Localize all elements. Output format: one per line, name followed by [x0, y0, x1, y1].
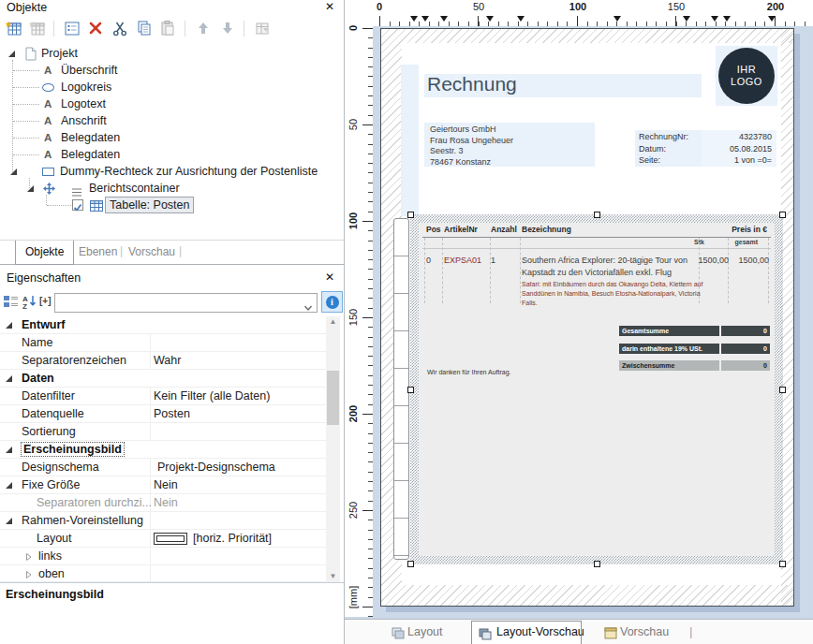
- expanded-triangle-icon[interactable]: [8, 51, 15, 57]
- selection-handle[interactable]: [594, 561, 600, 567]
- selected-table-object[interactable]: Pos ArtikelNr Anzahl Bezeichnung Preis i…: [410, 214, 783, 564]
- expanded-triangle-icon[interactable]: [27, 185, 34, 192]
- selection-handle[interactable]: [407, 387, 414, 393]
- cell-bezeichnung-line1: Southern Africa Explorer: 20-tägige Tour…: [522, 256, 687, 265]
- invoice-title-band[interactable]: Rechnung: [424, 74, 702, 97]
- column-marker[interactable]: [486, 16, 494, 22]
- tree-item-ueberschrift[interactable]: A Überschrift: [0, 62, 344, 79]
- collapsed-triangle-icon[interactable]: [25, 551, 33, 564]
- property-section-daten[interactable]: Daten: [0, 370, 326, 388]
- column-marker[interactable]: [613, 16, 621, 22]
- column-marker[interactable]: [421, 16, 429, 22]
- chevron-down-icon[interactable]: [303, 299, 313, 315]
- property-row-datenfilter[interactable]: DatenfilterKein Filter (alle Daten): [0, 388, 326, 405]
- tree-item-label: Logokreis: [61, 79, 111, 95]
- properties-icon[interactable]: [64, 20, 81, 37]
- tab-layout-vorschau[interactable]: Layout-Vorschau: [471, 621, 582, 644]
- new-table-icon[interactable]: ★: [5, 20, 22, 37]
- property-row-separatorenzeichen[interactable]: SeparatorenzeichenWahr: [0, 352, 326, 370]
- tree-item-label: Belegdaten: [61, 129, 120, 146]
- page-margin-hatch: [381, 585, 793, 606]
- property-row-layout[interactable]: Layout [horiz. Priorität]: [0, 530, 326, 548]
- property-row-fixe-groesse[interactable]: Fixe GrößeNein: [0, 476, 326, 494]
- column-guide: [520, 238, 521, 303]
- invoice-title: Rechnung: [427, 73, 517, 95]
- thanks-note: Wir danken für Ihren Auftrag.: [427, 369, 511, 375]
- column-marker[interactable]: [711, 16, 718, 22]
- tab-objekte[interactable]: Objekte: [15, 241, 74, 265]
- scroll-up-icon[interactable]: ▲: [326, 316, 340, 328]
- property-grid-scrollbar[interactable]: ▲ ▼: [326, 316, 340, 582]
- properties-panel-title: Eigenschaften: [7, 271, 81, 285]
- layout-vorschau-tab-icon: [479, 627, 492, 639]
- objects-panel-header: Objekte ✕: [0, 0, 344, 16]
- tree-item-logotext[interactable]: A Logotext: [0, 95, 344, 112]
- tab-vorschau-bottom[interactable]: Vorschau: [620, 625, 669, 638]
- property-row-links[interactable]: links: [0, 548, 326, 565]
- column-guide: [490, 238, 491, 303]
- sort-alphabetical-icon[interactable]: AZ: [22, 294, 39, 311]
- document-page[interactable]: Rechnung IHR LOGO Geiertours GmbH Frau R…: [380, 28, 794, 607]
- tab-layout[interactable]: Layout: [407, 625, 443, 638]
- selection-handle[interactable]: [779, 212, 786, 218]
- cell-pos: 0: [426, 256, 431, 265]
- tab-ebenen[interactable]: Ebenen: [79, 245, 117, 258]
- tree-item-belegdaten-2[interactable]: A Belegdaten: [0, 146, 344, 163]
- property-row-separatoren-durchziehen[interactable]: Separatoren durchzi...Nein: [0, 494, 326, 512]
- vertical-ruler: 0 50 100 150 200 250 [mm]: [345, 17, 373, 617]
- categorized-view-icon[interactable]: [3, 294, 20, 311]
- column-marker[interactable]: [440, 16, 448, 22]
- column-guide: [728, 238, 729, 303]
- tree-item-berichtscontainer[interactable]: Berichtscontainer: [0, 180, 344, 197]
- rectangle-object-icon: [42, 168, 54, 176]
- column-marker[interactable]: [517, 16, 525, 22]
- object-tree: Projekt A Überschrift Logokreis A Logote…: [0, 43, 344, 240]
- tab-vorschau[interactable]: Vorschau: [128, 245, 175, 258]
- new-table-disabled-icon: ★: [28, 20, 45, 37]
- checkbox-checked[interactable]: [72, 199, 83, 211]
- cell-description-line3: Falls.: [522, 299, 538, 308]
- tree-item-dummy-rechteck[interactable]: Dummy-Rechteck zur Ausrichtung der Poste…: [0, 163, 344, 180]
- property-row-datenquelle[interactable]: DatenquellePosten: [0, 405, 326, 423]
- selection-handle[interactable]: [407, 561, 414, 567]
- table-subheader-line: [422, 248, 771, 249]
- tree-item-projekt[interactable]: Projekt: [0, 45, 344, 62]
- property-row-designschema[interactable]: DesignschemaProjekt-Designschema: [0, 459, 326, 476]
- selection-handle[interactable]: [779, 561, 786, 567]
- copy-icon[interactable]: [136, 20, 153, 37]
- column-marker[interactable]: [723, 16, 731, 22]
- column-marker[interactable]: [683, 16, 690, 22]
- collapsed-triangle-icon[interactable]: [25, 569, 33, 582]
- table-object-icon: [90, 199, 103, 216]
- property-section-entwurf[interactable]: Entwurf: [0, 316, 326, 334]
- info-button[interactable]: i: [321, 291, 343, 313]
- delete-icon[interactable]: [87, 20, 104, 37]
- property-row-sortierung[interactable]: Sortierung: [0, 423, 326, 441]
- cut-icon[interactable]: [111, 20, 128, 37]
- close-icon[interactable]: ✕: [325, 271, 334, 284]
- sender-address-block[interactable]: Geiertours GmbH Frau Rosa Ungeheuer Sees…: [424, 123, 595, 167]
- tree-item-tabelle-posten[interactable]: Tabelle: Posten: [0, 197, 344, 213]
- property-row-name[interactable]: Name: [0, 334, 326, 352]
- scroll-down-icon[interactable]: ▼: [326, 571, 340, 582]
- column-marker[interactable]: [410, 16, 418, 22]
- tree-item-belegdaten-1[interactable]: A Belegdaten: [0, 129, 344, 146]
- info-icon: i: [326, 296, 339, 309]
- tree-item-anschrift[interactable]: A Anschrift: [0, 112, 344, 129]
- invoice-meta-values[interactable]: 4323780 05.08.2015 1 von =0=: [702, 130, 776, 167]
- expanded-triangle-icon[interactable]: [10, 168, 17, 175]
- property-filter-combobox[interactable]: [54, 293, 318, 313]
- scrollbar-thumb[interactable]: [327, 371, 339, 425]
- selection-handle[interactable]: [779, 387, 786, 393]
- tree-item-logokreis[interactable]: Logokreis: [0, 79, 344, 95]
- column-marker[interactable]: [768, 16, 776, 22]
- selection-handle[interactable]: [407, 212, 414, 218]
- logo-area[interactable]: IHR LOGO: [716, 46, 777, 106]
- property-section-erscheinungsbild[interactable]: Erscheinungsbild: [0, 441, 326, 459]
- property-row-rahmen-voreinstellung[interactable]: Rahmen-Voreinstellung: [0, 512, 326, 530]
- property-row-oben[interactable]: oben: [0, 565, 326, 582]
- close-icon[interactable]: ✕: [325, 0, 334, 13]
- invoice-meta-labels[interactable]: RechnungNr: Datum: Seite:: [635, 130, 702, 167]
- selection-handle[interactable]: [594, 212, 600, 218]
- ruler-label: 50: [473, 1, 484, 12]
